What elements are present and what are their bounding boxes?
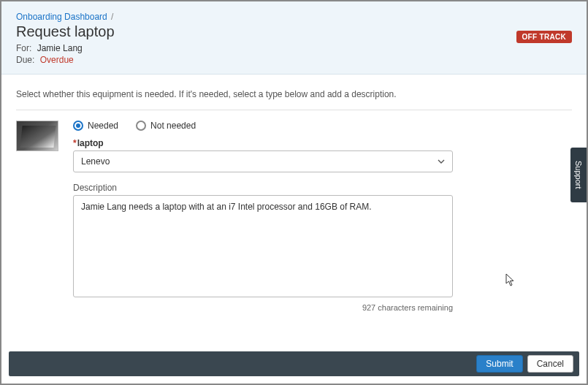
- due-row: Due: Overdue: [16, 55, 572, 65]
- radio-needed-label: Needed: [88, 121, 118, 131]
- radio-icon-checked: [73, 121, 83, 131]
- for-value: Jamie Lang: [37, 43, 83, 53]
- form-fields: Needed Not needed *laptop Lenevo Descr: [73, 121, 453, 312]
- laptop-select-value: Lenevo: [81, 156, 110, 167]
- due-value: Overdue: [40, 55, 74, 65]
- for-label: For:: [16, 43, 31, 53]
- form-area: Needed Not needed *laptop Lenevo Descr: [16, 121, 572, 312]
- radio-not-needed-label: Not needed: [150, 121, 196, 131]
- footer-bar: Submit Cancel: [9, 351, 579, 376]
- description-textarea[interactable]: [73, 195, 453, 297]
- breadcrumb: Onboarding Dashboard /: [16, 12, 572, 22]
- support-tab[interactable]: Support: [570, 148, 587, 202]
- radio-not-needed[interactable]: Not needed: [136, 121, 196, 131]
- submit-button[interactable]: Submit: [476, 355, 522, 373]
- page-title: Request laptop: [16, 23, 572, 40]
- character-count: 927 characters remaining: [73, 303, 453, 312]
- for-row: For: Jamie Lang: [16, 43, 572, 53]
- chevron-down-icon: [438, 158, 445, 165]
- breadcrumb-parent-link[interactable]: Onboarding Dashboard: [16, 12, 107, 22]
- due-label: Due:: [16, 55, 34, 65]
- required-asterisk: *: [73, 138, 77, 148]
- laptop-select[interactable]: Lenevo: [73, 150, 453, 172]
- status-badge: OFF TRACK: [516, 31, 572, 43]
- laptop-field-label: *laptop: [73, 138, 453, 148]
- equipment-needed-radio-group: Needed Not needed: [73, 121, 453, 131]
- page-header: Onboarding Dashboard / Request laptop Fo…: [1, 1, 587, 75]
- radio-needed[interactable]: Needed: [73, 121, 118, 131]
- laptop-select-wrap: Lenevo: [73, 150, 453, 172]
- content-area: Select whether this equipment is needed.…: [1, 75, 587, 319]
- instructions-text: Select whether this equipment is needed.…: [16, 89, 572, 110]
- breadcrumb-separator: /: [111, 12, 113, 22]
- laptop-thumbnail: [16, 121, 58, 151]
- cancel-button[interactable]: Cancel: [527, 355, 573, 373]
- description-label: Description: [73, 183, 453, 193]
- radio-icon-unchecked: [136, 121, 146, 131]
